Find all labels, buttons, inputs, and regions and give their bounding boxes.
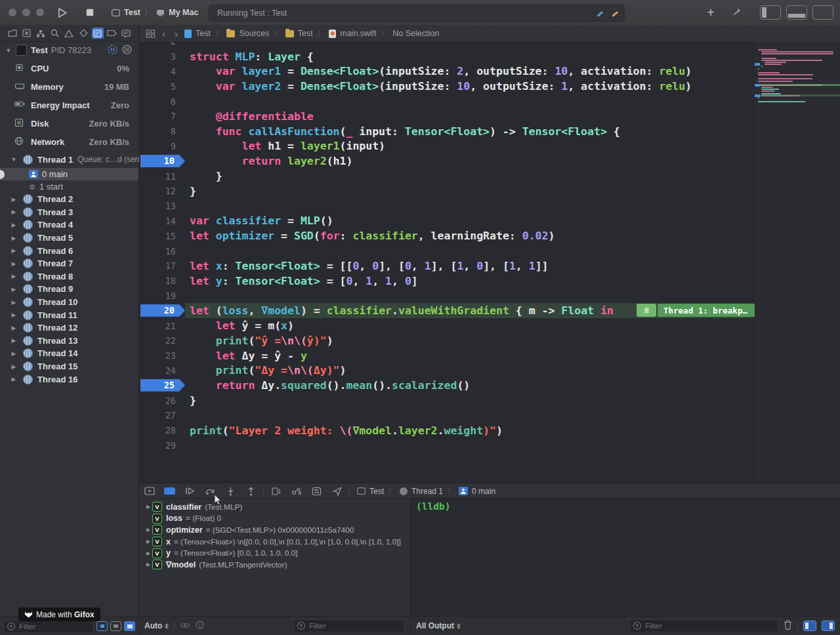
thread-row-12[interactable]: ▶Thread 12 xyxy=(0,321,138,335)
disclosure-closed-icon[interactable]: ▶ xyxy=(144,562,152,567)
annotation-label[interactable]: Thread 1: breakp… xyxy=(658,304,755,317)
breadcrumb-group-sources[interactable]: Sources xyxy=(239,29,269,38)
disclosure-closed-icon[interactable]: ▶ xyxy=(9,337,18,344)
disclosure-closed-icon[interactable]: ▶ xyxy=(144,527,152,533)
line-number[interactable]: 23 xyxy=(139,350,176,361)
gauge-row-energy-impact[interactable]: Energy ImpactZero xyxy=(0,96,138,114)
variable-row-y[interactable]: ▶Vy= (Tensor<Float>) [0.0, 1.0, 1.0, 0.0… xyxy=(139,547,410,559)
navigator-filter-input[interactable] xyxy=(18,622,93,631)
show-debugged-only-icon[interactable] xyxy=(96,621,108,631)
breadcrumb-project[interactable]: Test xyxy=(196,29,211,38)
code-line-14[interactable]: 14var classifier = MLP() xyxy=(139,214,755,229)
console-filter-field[interactable] xyxy=(629,619,778,632)
code-line-19[interactable]: 19 xyxy=(139,289,755,304)
line-number[interactable]: 14 xyxy=(139,216,176,226)
gauge-row-network[interactable]: NetworkZero KB/s xyxy=(0,133,138,151)
disclosure-closed-icon[interactable]: ▶ xyxy=(9,312,18,318)
line-number[interactable]: 28 xyxy=(139,425,176,436)
breadcrumb-group-test[interactable]: Test xyxy=(298,29,313,38)
breakpoint-navigator-icon[interactable] xyxy=(106,28,117,39)
debug-area-splitter[interactable] xyxy=(410,498,411,635)
disclosure-closed-icon[interactable]: ▶ xyxy=(9,260,18,267)
breadcrumb-selection[interactable]: No Selection xyxy=(392,29,439,38)
thread-row-8[interactable]: ▶Thread 8 xyxy=(0,270,138,283)
variable-row-x[interactable]: ▶Vx= (Tensor<Float>) \n[[0.0, 0.0],\n [0… xyxy=(139,536,410,548)
warning-pencil-icon[interactable] xyxy=(610,9,619,18)
disclosure-closed-icon[interactable]: ▶ xyxy=(9,325,18,331)
disclosure-closed-icon[interactable]: ▶ xyxy=(144,550,152,556)
navigator-filter-field[interactable] xyxy=(3,620,94,633)
gauge-row-disk[interactable]: DiskZero KB/s xyxy=(0,114,138,133)
line-number[interactable]: 24 xyxy=(139,365,176,376)
minimize-window-icon[interactable] xyxy=(22,9,30,16)
debug-navigator-icon[interactable] xyxy=(92,28,104,39)
code-line-25[interactable]: 25 return Δy.squared().mean().scalarized… xyxy=(139,378,755,393)
breakpoint-badge[interactable]: 10 xyxy=(140,155,185,167)
test-navigator-icon[interactable] xyxy=(77,28,89,39)
code-line-10[interactable]: 10 return layer2(h1) xyxy=(139,154,755,169)
close-window-icon[interactable] xyxy=(9,9,16,16)
code-line-13[interactable]: 13 xyxy=(139,199,755,214)
gauge-row-memory[interactable]: Memory19 MB xyxy=(0,77,138,96)
disclosure-closed-icon[interactable]: ▶ xyxy=(9,286,18,293)
thread-row-10[interactable]: ▶Thread 10 xyxy=(0,296,138,309)
disclosure-closed-icon[interactable]: ▶ xyxy=(9,376,18,382)
find-navigator-icon[interactable] xyxy=(49,28,61,39)
code-line-12[interactable]: 12} xyxy=(139,184,755,199)
disclosure-open-icon[interactable]: ▼ xyxy=(4,47,13,54)
frame-row-0[interactable]: 0 main xyxy=(0,168,138,180)
memory-graph-icon[interactable] xyxy=(286,487,306,495)
disclosure-closed-icon[interactable]: ▶ xyxy=(9,350,18,357)
variables-filter-input[interactable] xyxy=(308,621,404,630)
line-number[interactable]: 4 xyxy=(139,66,176,77)
line-number[interactable]: 16 xyxy=(139,246,176,256)
toggle-debug-area-icon[interactable] xyxy=(786,4,807,21)
thread-row-16[interactable]: ▶Thread 16 xyxy=(0,373,138,386)
info-icon[interactable] xyxy=(196,620,204,632)
variable-row-optimizer[interactable]: ▶Voptimizer= (SGD<Test.MLP>) 0x000000011… xyxy=(139,524,410,536)
symbol-navigator-icon[interactable] xyxy=(35,28,47,39)
issue-pencil-icon[interactable] xyxy=(595,9,604,18)
line-number[interactable]: 15 xyxy=(139,231,176,241)
variables-scope-selector[interactable]: Auto xyxy=(144,621,169,630)
step-out-icon[interactable] xyxy=(241,487,261,496)
thread-row-4[interactable]: ▶Thread 4 xyxy=(0,218,138,232)
disclosure-closed-icon[interactable]: ▶ xyxy=(9,247,18,254)
step-into-icon[interactable] xyxy=(220,487,241,496)
thread-row-5[interactable]: ▶Thread 5 xyxy=(0,232,138,245)
code-line-24[interactable]: 24 print("Δy =\n\(Δy)") xyxy=(139,363,755,379)
view-mode-icon[interactable] xyxy=(124,621,135,631)
variable-row-classifier[interactable]: ▶Vclassifier(Test.MLP) xyxy=(139,501,410,513)
disclosure-closed-icon[interactable]: ▶ xyxy=(9,273,18,279)
view-debugger-icon[interactable] xyxy=(266,487,286,496)
source-control-icon[interactable] xyxy=(20,28,32,39)
breakpoint-badge[interactable]: 20 xyxy=(140,304,185,317)
breakpoint-annotation[interactable]: ≡Thread 1: breakp… xyxy=(637,304,755,317)
line-number[interactable]: 27 xyxy=(139,410,176,420)
thread-row-11[interactable]: ▶Thread 11 xyxy=(0,308,138,321)
minimap[interactable] xyxy=(754,42,840,483)
continue-icon[interactable] xyxy=(180,487,200,495)
toggle-inspector-icon[interactable] xyxy=(812,4,833,21)
pause-process-icon[interactable] xyxy=(108,45,117,56)
quicklook-eye-icon[interactable] xyxy=(180,620,190,632)
console-filter-input[interactable] xyxy=(644,621,778,630)
line-number[interactable]: 18 xyxy=(139,276,176,286)
code-line-26[interactable]: 26} xyxy=(139,393,755,408)
clear-console-icon[interactable] xyxy=(784,620,792,632)
back-icon[interactable]: ‹ xyxy=(159,28,168,39)
thread-row-13[interactable]: ▶Thread 13 xyxy=(0,335,138,348)
project-navigator-icon[interactable] xyxy=(7,28,18,39)
process-row[interactable]: ▼ Test PID 78223 xyxy=(0,41,138,59)
line-number[interactable]: 5 xyxy=(139,81,176,92)
thread-row-3[interactable]: ▶Thread 3 xyxy=(0,206,138,219)
code-line-9[interactable]: 9 let h1 = layer1(input) xyxy=(139,139,755,154)
code-line-4[interactable]: 4 var layer1 = Dense<Float>(inputSize: 2… xyxy=(139,64,755,79)
environment-overrides-icon[interactable] xyxy=(306,487,327,496)
code-line-7[interactable]: 7 @differentiable xyxy=(139,109,755,124)
code-line-8[interactable]: 8 func callAsFunction(_ input: Tensor<Fl… xyxy=(139,124,755,139)
line-number[interactable]: 13 xyxy=(139,201,176,211)
thread-row-14[interactable]: ▶Thread 14 xyxy=(0,347,138,360)
variables-filter-field[interactable] xyxy=(293,619,405,632)
disclosure-closed-icon[interactable]: ▶ xyxy=(144,504,152,510)
